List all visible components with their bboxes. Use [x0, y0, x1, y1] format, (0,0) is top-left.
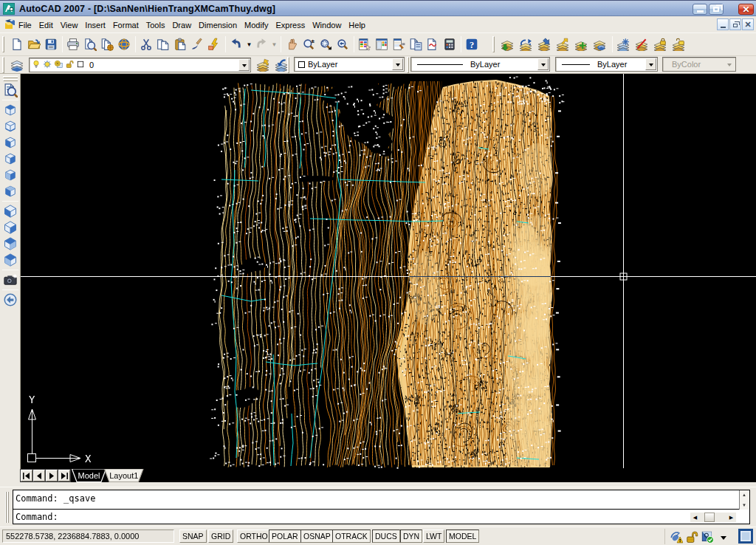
command-input[interactable]: Command: — [13, 510, 58, 524]
iso-sw-button[interactable] — [2, 203, 18, 219]
command-vscrollbar[interactable]: ▲ ▼ — [739, 490, 749, 510]
match-properties-button[interactable] — [189, 36, 205, 52]
toggle-polar[interactable]: POLAR — [269, 529, 301, 543]
scroll-up-icon[interactable]: ▲ — [742, 493, 746, 497]
properties-button[interactable] — [357, 36, 373, 52]
layer-off-button[interactable] — [633, 36, 650, 52]
view-back-button[interactable] — [2, 183, 18, 199]
layer-combo[interactable]: 0 — [29, 58, 251, 72]
scroll-thumb[interactable] — [704, 513, 715, 522]
layer-match-button[interactable] — [518, 36, 534, 52]
mdi-restore-button[interactable] — [729, 18, 741, 30]
toolbar-grip[interactable] — [287, 57, 289, 73]
iso-se-button[interactable] — [2, 219, 18, 236]
menu-tools[interactable]: Tools — [142, 18, 169, 32]
view-top-button[interactable] — [2, 102, 18, 118]
layer-combo-dropdown[interactable] — [238, 59, 250, 71]
toggle-model[interactable]: MODEL — [446, 529, 479, 543]
scroll-left-icon[interactable]: ◀ — [690, 513, 700, 522]
menu-dimension[interactable]: Dimension — [195, 18, 241, 32]
view-right-button[interactable] — [2, 151, 18, 167]
menu-draw[interactable]: Draw — [168, 18, 195, 32]
help-button[interactable]: ? — [464, 36, 480, 52]
change-to-current-layer-button[interactable] — [536, 36, 552, 52]
toolbar-grip[interactable] — [3, 76, 18, 78]
toggle-ducs[interactable]: DUCS — [372, 529, 400, 543]
menu-help[interactable]: Help — [345, 18, 369, 32]
zoom-realtime-button[interactable]: ± — [300, 36, 317, 52]
scroll-down-icon[interactable]: ▼ — [742, 503, 746, 507]
toolbar-grip[interactable] — [3, 79, 18, 81]
menu-insert[interactable]: Insert — [81, 18, 109, 32]
layer-unlock-button[interactable] — [670, 36, 687, 52]
qnew-button[interactable] — [9, 36, 25, 52]
linetype-combo-dropdown[interactable] — [537, 58, 549, 70]
linetype-combo[interactable]: ByLayer — [410, 57, 550, 72]
dwf-button[interactable] — [116, 36, 132, 52]
drawing-area[interactable] — [21, 74, 756, 482]
view-bottom-button[interactable] — [2, 118, 18, 134]
designcenter-button[interactable] — [374, 36, 390, 52]
menu-edit[interactable]: Edit — [35, 18, 57, 32]
block-editor-button[interactable] — [206, 36, 222, 52]
mdi-close-button[interactable]: ✕ — [742, 18, 754, 30]
toggle-osnap[interactable]: OSNAP — [300, 529, 334, 543]
tab-nav-last-button[interactable] — [58, 470, 70, 481]
menu-window[interactable]: Window — [309, 18, 345, 32]
zoom-previous-button[interactable] — [334, 36, 351, 52]
padlock-open-icon[interactable] — [65, 60, 74, 70]
color-swatch-icon[interactable] — [76, 60, 85, 70]
plot-button[interactable] — [65, 36, 81, 52]
toolbar-grip[interactable] — [2, 57, 4, 73]
toggle-dyn[interactable]: DYN — [400, 529, 422, 543]
tray-lock-button[interactable] — [685, 530, 698, 544]
zoom-window-button[interactable] — [317, 36, 334, 52]
tab-nav-first-button[interactable] — [21, 470, 32, 481]
toggle-otrack[interactable]: OTRACK — [332, 529, 371, 543]
redo-button[interactable] — [253, 36, 269, 52]
lineweight-combo-dropdown[interactable] — [645, 58, 656, 70]
copy-button[interactable] — [155, 36, 171, 52]
toggle-grid[interactable]: GRID — [208, 529, 233, 543]
menu-modify[interactable]: Modify — [241, 18, 272, 32]
minimize-button[interactable] — [693, 4, 707, 15]
undo-button[interactable] — [228, 36, 244, 52]
toolbar-grip[interactable] — [407, 57, 409, 73]
bulb-on-icon[interactable] — [32, 60, 41, 70]
plot-preview-button[interactable] — [82, 36, 98, 52]
paste-button[interactable] — [172, 36, 188, 52]
iso-ne-button[interactable] — [2, 236, 18, 252]
command-window-grip[interactable] — [5, 492, 10, 523]
clean-screen-button[interactable] — [738, 529, 753, 544]
layer-unisolate-button[interactable] — [591, 36, 608, 52]
menu-express[interactable]: Express — [272, 18, 309, 32]
toolbar-grip[interactable] — [492, 36, 495, 52]
plot-status-button[interactable] — [701, 530, 714, 544]
view-front-button[interactable] — [2, 167, 18, 183]
toggle-snap[interactable]: SNAP — [179, 529, 207, 543]
undo-dropdown-arrow[interactable]: ▼ — [245, 36, 253, 52]
toolbar-grip[interactable] — [2, 36, 4, 52]
sheetset-manager-button[interactable] — [408, 36, 424, 52]
named-views-button[interactable] — [2, 82, 18, 98]
freeze-viewport-icon[interactable] — [54, 60, 63, 70]
scroll-right-icon[interactable]: ▶ — [726, 513, 736, 522]
tab-model[interactable]: Model — [72, 469, 106, 482]
restore-button[interactable] — [709, 4, 724, 15]
layer-properties-manager-button[interactable] — [9, 57, 25, 73]
tool-palettes-button[interactable] — [391, 36, 407, 52]
command-history[interactable]: Command: _qsave — [13, 490, 739, 510]
iso-nw-button[interactable] — [2, 252, 18, 268]
command-hscrollbar[interactable]: ◀ ▶ — [690, 513, 736, 522]
toggle-lwt[interactable]: LWT — [423, 529, 444, 543]
layer-isolate-button[interactable] — [573, 36, 589, 52]
color-combo[interactable]: ByLayer — [294, 57, 405, 72]
title-bar[interactable]: AutoCAD 2007 - [D:\SanNen\HienTrangXMCam… — [0, 0, 756, 16]
make-object-layer-current-button[interactable] — [255, 57, 271, 73]
layer-walk-button[interactable] — [499, 36, 515, 52]
quickcalc-button[interactable] — [441, 36, 458, 52]
coordinate-readout[interactable]: 552278.5738, 2236884.7883, 0.0000 — [2, 529, 174, 543]
publish-button[interactable] — [99, 36, 115, 52]
pan-button[interactable] — [284, 36, 300, 52]
copy-to-layer-button[interactable] — [554, 36, 571, 52]
